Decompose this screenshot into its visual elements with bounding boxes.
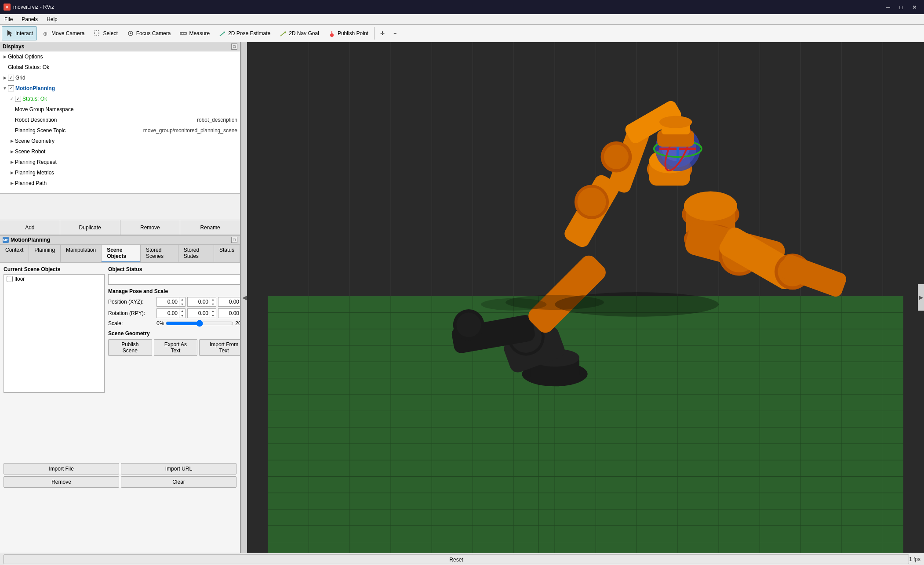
rotation-r[interactable]: ▲ ▼ — [156, 308, 186, 318]
rotation-p[interactable]: ▲ ▼ — [187, 308, 216, 318]
mp-maximize[interactable]: □ — [231, 237, 237, 243]
clear-button[interactable]: Clear — [121, 476, 236, 488]
tool-2d-nav[interactable]: 2D Nav Goal — [275, 26, 323, 40]
position-y[interactable]: ▲ ▼ — [187, 297, 216, 307]
tree-item[interactable]: ▶Global Options — [0, 51, 240, 62]
tree-item[interactable]: ▶✓Grid — [0, 72, 240, 83]
rotation-r-up[interactable]: ▲ — [179, 308, 185, 313]
add-button[interactable]: Add — [0, 220, 60, 235]
tool-select[interactable]: Select — [89, 26, 121, 40]
scene-objects-list-panel: Current Scene Objects floor — [4, 266, 105, 393]
tree-label: Global Options — [8, 54, 240, 60]
tree-item[interactable]: ▼✓MotionPlanning — [0, 83, 240, 94]
tab-scene-objects[interactable]: Scene Objects — [102, 245, 141, 262]
menu-help[interactable]: Help — [42, 14, 62, 24]
export-as-text-button[interactable]: Export As Text — [154, 339, 197, 356]
tool-measure[interactable]: Measure — [175, 26, 214, 40]
duplicate-button[interactable]: Duplicate — [60, 220, 120, 235]
close-button[interactable]: ✕ — [908, 2, 920, 12]
tool-interact[interactable]: Interact — [2, 26, 37, 40]
tree-checkbox[interactable]: ✓ — [15, 96, 21, 102]
menubar: File Panels Help — [0, 14, 924, 25]
panel-collapse-button[interactable]: ◀ — [241, 42, 247, 553]
tree-item[interactable]: ▶Planning Metrics — [0, 167, 240, 178]
displays-tree[interactable]: ▶Global OptionsGlobal Status: Ok▶✓Grid▼✓… — [0, 51, 240, 193]
tool-2d-pose[interactable]: 2D Pose Estimate — [215, 26, 274, 40]
scale-slider[interactable] — [166, 320, 233, 327]
tree-checkbox[interactable]: ✓ — [8, 75, 14, 81]
left-panel: Displays □ ▶Global OptionsGlobal Status:… — [0, 42, 241, 553]
menu-panels[interactable]: Panels — [17, 14, 42, 24]
minimize-button[interactable]: ─ — [882, 2, 894, 12]
import-url-button[interactable]: Import URL — [121, 463, 236, 474]
position-x-down[interactable]: ▼ — [179, 302, 185, 307]
position-y-down[interactable]: ▼ — [210, 302, 216, 307]
tab-planning[interactable]: Planning — [29, 245, 61, 262]
tree-item[interactable]: ▶Planning Request — [0, 157, 240, 167]
tree-item[interactable]: Move Group Namespace — [0, 104, 240, 115]
tab-manipulation[interactable]: Manipulation — [61, 245, 102, 262]
displays-maximize[interactable]: □ — [231, 43, 237, 50]
toolbar-plus[interactable]: ✛ — [376, 26, 389, 40]
position-x[interactable]: ▲ ▼ — [156, 297, 186, 307]
tree-arrow-icon: ▶ — [2, 75, 8, 81]
move-icon: ⊕ — [42, 29, 50, 37]
rename-button[interactable]: Rename — [180, 220, 240, 235]
publish-scene-button[interactable]: Publish Scene — [108, 339, 152, 356]
position-y-up[interactable]: ▲ — [210, 297, 216, 302]
tree-label: Planning Request — [15, 159, 240, 165]
import-from-text-button[interactable]: Import From Text — [199, 339, 240, 356]
remove-object-button[interactable]: Remove — [4, 476, 119, 488]
remove-button[interactable]: Remove — [120, 220, 181, 235]
displays-section: Displays □ ▶Global OptionsGlobal Status:… — [0, 42, 240, 235]
maximize-button[interactable]: □ — [895, 2, 907, 12]
list-item-floor[interactable]: floor — [4, 275, 104, 283]
rotation-y-input[interactable] — [218, 310, 240, 316]
tree-item[interactable]: Global Status: Ok — [0, 62, 240, 72]
rotation-p-up[interactable]: ▲ — [210, 308, 216, 313]
rotation-label: Rotation (RPY): — [108, 310, 156, 316]
tree-item[interactable]: Robot Descriptionrobot_description — [0, 115, 240, 125]
tab-context[interactable]: Context — [0, 245, 29, 262]
tab-stored-states[interactable]: Stored States — [178, 245, 214, 262]
rotation-y[interactable]: ▲ ▼ — [218, 308, 240, 318]
import-file-button[interactable]: Import File — [4, 463, 119, 474]
menu-file[interactable]: File — [0, 14, 17, 24]
3d-viewport[interactable]: ▶ — [247, 42, 924, 553]
tab-stored-scenes[interactable]: Stored Scenes — [141, 245, 178, 262]
floor-checkbox[interactable] — [7, 276, 13, 282]
position-z[interactable]: ▲ ▼ — [218, 297, 240, 307]
position-x-input[interactable] — [157, 299, 179, 305]
tree-value: move_group/monitored_planning_scene — [143, 127, 240, 134]
position-y-arrows: ▲ ▼ — [210, 297, 216, 307]
rotation-r-down[interactable]: ▼ — [179, 313, 185, 318]
tool-focus-camera[interactable]: Focus Camera — [123, 26, 175, 40]
tree-item[interactable]: ▶Planned Path — [0, 178, 240, 188]
tree-arrow-icon — [2, 64, 8, 70]
rotation-p-input[interactable] — [188, 310, 210, 316]
scene-objects-listbox[interactable]: floor — [4, 274, 105, 393]
rotation-p-down[interactable]: ▼ — [210, 313, 216, 318]
tree-arrow-icon — [9, 127, 15, 134]
tool-focus-camera-label: Focus Camera — [136, 30, 171, 36]
toolbar-minus[interactable]: − — [389, 26, 400, 40]
tree-item[interactable]: ✓✓Status: Ok — [0, 94, 240, 104]
right-panel-collapse[interactable]: ▶ — [918, 284, 924, 311]
position-z-input[interactable] — [218, 299, 240, 305]
tab-status[interactable]: Status — [214, 245, 240, 262]
tree-label: Scene Geometry — [15, 138, 240, 144]
tree-item[interactable]: ▶Scene Robot — [0, 146, 240, 157]
tool-move-camera[interactable]: ⊕ Move Camera — [38, 26, 88, 40]
fps-display: 1 fps — [909, 556, 920, 562]
tree-item[interactable]: ▶Scene Geometry — [0, 136, 240, 146]
rotation-r-input[interactable] — [157, 310, 179, 316]
tree-checkbox[interactable]: ✓ — [8, 85, 14, 91]
reset-button[interactable]: Reset — [4, 554, 909, 564]
tree-item[interactable]: Planning Scene Topicmove_group/monitored… — [0, 125, 240, 136]
position-y-input[interactable] — [188, 299, 210, 305]
tool-publish-point[interactable]: Publish Point — [324, 26, 372, 40]
tree-label: Robot Description — [15, 117, 197, 123]
position-x-up[interactable]: ▲ — [179, 297, 185, 302]
svg-point-121 — [659, 116, 692, 128]
object-status-field[interactable] — [108, 274, 240, 285]
